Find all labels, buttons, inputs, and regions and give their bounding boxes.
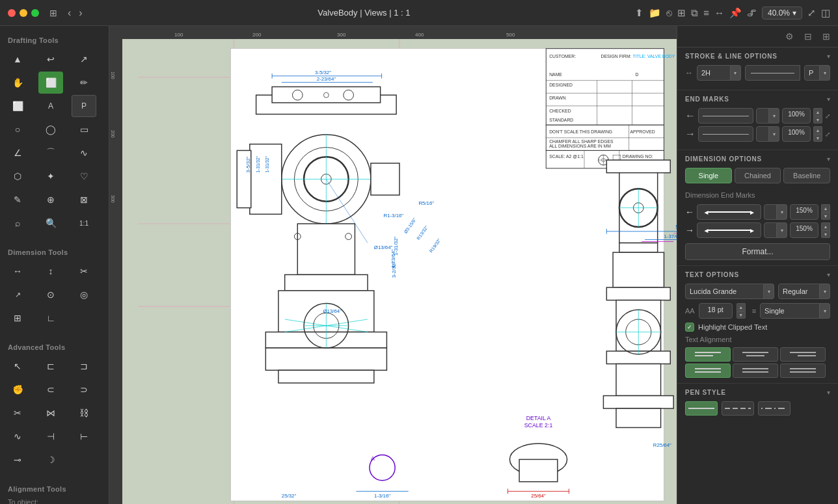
- end-mark-right-down[interactable]: ▼: [813, 134, 822, 142]
- search-zoom-tool[interactable]: ⌕: [5, 212, 30, 234]
- multiline-tool[interactable]: ⊸: [5, 449, 30, 471]
- trim-tool[interactable]: ↗: [72, 48, 96, 70]
- end-mark-left-style[interactable]: [756, 108, 769, 124]
- line-style-chevron[interactable]: ▾: [820, 65, 830, 81]
- line-style-preview[interactable]: [745, 65, 801, 81]
- end-mark-right-pct[interactable]: 100%: [782, 126, 811, 142]
- forward-button[interactable]: ›: [76, 6, 85, 20]
- close-button[interactable]: [8, 9, 16, 17]
- pen-style-collapse[interactable]: ▾: [827, 389, 830, 396]
- grid-dim-tool[interactable]: ⊞: [5, 307, 30, 329]
- font-size-down[interactable]: ▼: [737, 311, 746, 319]
- pencil-tool[interactable]: ✏: [72, 72, 96, 94]
- minimize-button[interactable]: [20, 9, 27, 17]
- dim-mode-single[interactable]: Single: [685, 168, 732, 183]
- dim-end-right-stepper[interactable]: ▲ ▼: [821, 222, 830, 238]
- align-left-btn[interactable]: [685, 347, 731, 362]
- circle-tool[interactable]: ○: [5, 118, 30, 140]
- angle-dim-tool[interactable]: ∟: [38, 307, 63, 329]
- diag-dim-tool[interactable]: ↗: [5, 284, 30, 306]
- moon-tool[interactable]: ☽: [38, 449, 63, 471]
- dim-end-left-up[interactable]: ▲: [821, 204, 830, 212]
- end-mark-left-preview[interactable]: [698, 108, 753, 124]
- p-tool[interactable]: P: [72, 95, 96, 117]
- tee-tool[interactable]: ⊣: [38, 425, 63, 447]
- end-mark-left-down[interactable]: ▼: [813, 116, 822, 124]
- pan-tool[interactable]: ✋: [5, 72, 30, 94]
- dim-end-left-line[interactable]: ◄ ◄: [697, 204, 761, 220]
- panel-layers-icon[interactable]: ⊟: [802, 30, 815, 43]
- star-tool[interactable]: ✦: [38, 165, 63, 187]
- highlight-tool[interactable]: ⬜: [38, 72, 63, 94]
- font-size-input[interactable]: 18 pt: [699, 303, 733, 319]
- freeform-tool[interactable]: ♡: [72, 165, 96, 187]
- align-justify3-btn[interactable]: [780, 364, 826, 378]
- end-mark-left-up[interactable]: ▲: [813, 108, 822, 116]
- share-icon[interactable]: ⎋: [666, 7, 672, 18]
- font-style-chevron[interactable]: ▾: [820, 284, 830, 299]
- move-icon[interactable]: ↔: [714, 7, 724, 18]
- dim-mode-chained[interactable]: Chained: [735, 168, 781, 183]
- maximize-button[interactable]: [31, 9, 39, 17]
- end-mark-left-chevron[interactable]: ▾: [769, 108, 779, 124]
- font-style-select[interactable]: Regular: [778, 284, 820, 299]
- layout-icon[interactable]: ⊞: [677, 7, 686, 19]
- end-mark-right-style[interactable]: [756, 126, 769, 142]
- dim-end-left-pct[interactable]: 150%: [790, 204, 818, 220]
- chain-tool[interactable]: ⛓: [72, 402, 96, 424]
- arc-tool[interactable]: ⌒: [38, 142, 63, 164]
- wave-tool[interactable]: ∿: [5, 425, 30, 447]
- duplicate-icon[interactable]: ⧉: [691, 7, 698, 19]
- panel-grid-icon[interactable]: ⊞: [820, 30, 833, 43]
- dim-end-left-style[interactable]: [764, 204, 777, 220]
- undo-tool[interactable]: ↩: [38, 48, 63, 70]
- pen-style-solid-btn[interactable]: [685, 401, 718, 416]
- dim-end-right-style[interactable]: [764, 222, 777, 238]
- dimension-options-collapse[interactable]: ▾: [827, 155, 830, 163]
- dim-end-right-up[interactable]: ▲: [821, 222, 830, 230]
- select-tool[interactable]: ▲: [5, 48, 30, 70]
- line-style-select[interactable]: P: [804, 65, 820, 81]
- zoom-tool[interactable]: 🔍: [38, 212, 63, 234]
- dim-end-right-pct[interactable]: 150%: [790, 222, 818, 238]
- inspector-icon[interactable]: ◫: [821, 7, 830, 19]
- grab-tool[interactable]: ✊: [5, 378, 30, 401]
- rect-tool[interactable]: ⬜: [5, 95, 30, 117]
- dim-end-right-line[interactable]: ◄ ◄: [697, 222, 761, 238]
- folder-icon[interactable]: 📁: [649, 7, 661, 19]
- highlight-clipped-checkbox[interactable]: ✓: [685, 323, 694, 332]
- stroke-collapse-btn[interactable]: ▾: [827, 53, 830, 60]
- sidebar-toggle-icon[interactable]: ⊞: [49, 8, 57, 18]
- tee2-tool[interactable]: ⊢: [72, 425, 96, 447]
- horiz-dim-tool[interactable]: ↔: [5, 260, 30, 282]
- line-spacing-select[interactable]: Single: [760, 303, 820, 319]
- dim-end-left-chevron[interactable]: ▾: [777, 204, 787, 220]
- zoom-control[interactable]: 40.0% ▾: [762, 7, 802, 20]
- dim-end-left-down[interactable]: ▼: [821, 212, 830, 220]
- spline-tool[interactable]: ∿: [72, 142, 96, 164]
- pen-style-dotdash-btn[interactable]: [758, 401, 791, 416]
- line-weight-chevron[interactable]: ▾: [731, 65, 741, 81]
- back-button[interactable]: ‹: [65, 6, 74, 20]
- radius-dim-tool[interactable]: ⊙: [38, 284, 63, 306]
- font-size-up[interactable]: ▲: [737, 303, 746, 311]
- end-mark-left-pct[interactable]: 100%: [782, 108, 811, 124]
- x-box-tool[interactable]: ⊠: [72, 189, 96, 211]
- text-tool[interactable]: A: [38, 95, 63, 117]
- cross-tool[interactable]: ⊕: [38, 189, 63, 211]
- align-justify-btn[interactable]: [685, 364, 731, 378]
- diameter-dim-tool[interactable]: ◎: [72, 284, 96, 306]
- end-mark-right-chevron[interactable]: ▾: [769, 126, 779, 142]
- panel-settings-icon[interactable]: ⚙: [783, 30, 796, 43]
- export-icon[interactable]: ⬆: [635, 7, 643, 19]
- curve2-tool[interactable]: ⊃: [72, 378, 96, 401]
- scissors-tool[interactable]: ✂: [5, 402, 30, 424]
- font-size-stepper[interactable]: ▲ ▼: [737, 303, 746, 319]
- dim-end-left-stepper[interactable]: ▲ ▼: [821, 204, 830, 220]
- pin2-icon[interactable]: 🖇: [747, 7, 757, 18]
- align-right-btn[interactable]: [780, 347, 826, 362]
- end-marks-collapse[interactable]: ▾: [827, 96, 830, 103]
- polygon-tool[interactable]: ⬡: [5, 165, 30, 187]
- pin-icon[interactable]: 📌: [729, 7, 742, 19]
- rounded-rect-tool[interactable]: ▭: [72, 118, 96, 140]
